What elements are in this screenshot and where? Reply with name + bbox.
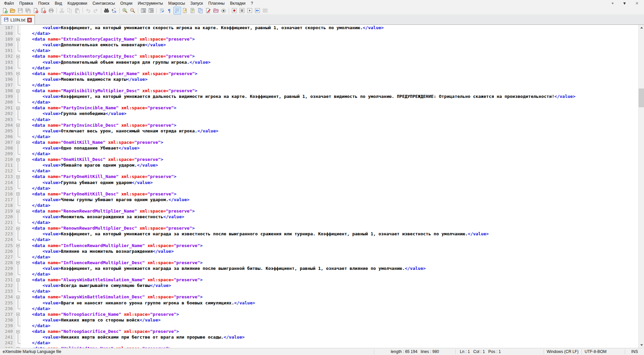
status-insert-mode[interactable]: INS bbox=[625, 348, 644, 355]
menu-item-help[interactable]: ? bbox=[248, 0, 256, 6]
fold-collapse-icon[interactable] bbox=[16, 227, 19, 230]
fold-collapse-icon[interactable] bbox=[16, 244, 19, 247]
copy-button[interactable] bbox=[66, 7, 73, 14]
fold-margin[interactable] bbox=[15, 260, 21, 266]
function-list-button[interactable] bbox=[181, 7, 189, 14]
document-edit-button[interactable] bbox=[204, 7, 212, 14]
tab-list-button[interactable]: ▼ bbox=[623, 1, 627, 5]
notepad-plus-plus-window: ФайлПравкаПоискВидКодировкиСинтаксисыОпц… bbox=[0, 0, 644, 355]
code-line: 239 </data> bbox=[0, 323, 638, 329]
fold-margin[interactable] bbox=[15, 140, 21, 145]
tab-l10n-txt[interactable]: L10N.txt bbox=[1, 15, 35, 24]
save-all-button[interactable] bbox=[24, 7, 32, 14]
fold-collapse-icon[interactable] bbox=[16, 55, 19, 58]
fold-margin[interactable] bbox=[15, 174, 21, 180]
sync-scroll-horizontal-button[interactable] bbox=[147, 7, 155, 14]
sync-scroll-vertical-button[interactable] bbox=[140, 7, 147, 14]
fold-collapse-icon[interactable] bbox=[16, 192, 19, 195]
menu-item-edit[interactable]: Правка bbox=[17, 0, 36, 6]
fold-margin[interactable] bbox=[15, 88, 21, 94]
fold-collapse-icon[interactable] bbox=[16, 158, 19, 161]
fold-collapse-icon[interactable] bbox=[16, 175, 19, 178]
undo-button[interactable] bbox=[84, 7, 92, 14]
paste-button[interactable] bbox=[73, 7, 81, 14]
new-tab-button[interactable]: + bbox=[611, 1, 614, 5]
find-button[interactable] bbox=[103, 7, 110, 14]
menu-item-macro[interactable]: Макросы bbox=[166, 0, 188, 6]
document-list-button[interactable] bbox=[197, 7, 204, 14]
menu-item-file[interactable]: Файл bbox=[1, 0, 17, 6]
zoom-out-button[interactable] bbox=[129, 7, 137, 14]
fold-collapse-icon[interactable] bbox=[16, 330, 19, 333]
fold-margin[interactable] bbox=[15, 312, 21, 317]
fold-collapse-icon[interactable] bbox=[16, 279, 19, 282]
indent-guides-button[interactable] bbox=[173, 7, 181, 14]
cut-button[interactable] bbox=[58, 7, 66, 14]
scrollbar-thumb[interactable] bbox=[639, 88, 644, 107]
fold-margin[interactable] bbox=[15, 226, 21, 231]
save-button[interactable] bbox=[16, 7, 24, 14]
fold-collapse-icon[interactable] bbox=[16, 261, 19, 264]
print-button[interactable] bbox=[47, 7, 55, 14]
word-wrap-button[interactable] bbox=[158, 7, 166, 14]
fold-margin[interactable] bbox=[15, 54, 21, 59]
menu-item-language[interactable]: Синтаксисы bbox=[90, 0, 118, 6]
macro-stop-button[interactable] bbox=[238, 7, 246, 14]
fold-margin[interactable] bbox=[15, 294, 21, 300]
close-all-documents-button[interactable] bbox=[40, 7, 47, 14]
fold-margin[interactable] bbox=[15, 329, 21, 335]
close-button[interactable]: ✕ bbox=[635, 1, 639, 5]
menu-item-encoding[interactable]: Кодировки bbox=[65, 0, 90, 6]
fold-collapse-icon[interactable] bbox=[16, 347, 19, 348]
close-document-button[interactable] bbox=[32, 7, 40, 14]
fold-margin[interactable] bbox=[15, 191, 21, 197]
replace-button[interactable]: ab bbox=[110, 7, 118, 14]
menu-item-settings[interactable]: Опции bbox=[118, 0, 135, 6]
menu-item-plugins[interactable]: Плагины bbox=[206, 0, 227, 6]
macro-run-multiple-button[interactable] bbox=[254, 7, 261, 14]
fold-collapse-icon[interactable] bbox=[16, 90, 19, 93]
new-file-button[interactable] bbox=[1, 7, 9, 14]
menu-item-search[interactable]: Поиск bbox=[36, 0, 52, 6]
fold-collapse-icon[interactable] bbox=[16, 313, 19, 316]
fold-margin[interactable] bbox=[15, 37, 21, 42]
macro-save-button[interactable] bbox=[261, 7, 269, 14]
fold-collapse-icon[interactable] bbox=[16, 124, 19, 127]
fold-margin[interactable] bbox=[15, 157, 21, 163]
status-eol-format[interactable]: Windows (CR LF) bbox=[544, 348, 582, 355]
code-line: 234 <data name="AlwaysWinBattleSimulatio… bbox=[0, 294, 638, 300]
show-all-characters-button[interactable]: ¶ bbox=[166, 7, 173, 14]
fold-collapse-icon[interactable] bbox=[16, 210, 19, 213]
macro-record-button[interactable] bbox=[230, 7, 238, 14]
redo-button[interactable] bbox=[92, 7, 100, 14]
document-map-button[interactable] bbox=[189, 7, 197, 14]
scroll-down-button[interactable] bbox=[639, 342, 644, 348]
fold-collapse-icon[interactable] bbox=[16, 296, 19, 299]
editor-area[interactable]: 187 <value>Коэффициент, на который умнож… bbox=[0, 25, 644, 348]
macro-play-button[interactable] bbox=[246, 7, 254, 14]
fold-margin[interactable] bbox=[15, 71, 21, 77]
fold-collapse-icon[interactable] bbox=[16, 72, 19, 75]
menu-item-window[interactable]: Вкладки bbox=[227, 0, 248, 6]
menu-item-tools[interactable]: Инструменты bbox=[135, 0, 166, 6]
fold-margin[interactable] bbox=[15, 277, 21, 283]
fold-collapse-icon[interactable] bbox=[16, 107, 19, 110]
fold-collapse-icon[interactable] bbox=[16, 141, 19, 144]
open-folder-button[interactable] bbox=[9, 7, 16, 14]
scroll-up-button[interactable] bbox=[639, 25, 644, 31]
file-monitoring-button[interactable] bbox=[220, 7, 227, 14]
fold-margin[interactable] bbox=[15, 123, 21, 128]
fold-collapse-icon[interactable] bbox=[16, 38, 19, 41]
tab-close-icon[interactable] bbox=[27, 18, 32, 22]
fold-margin[interactable] bbox=[15, 346, 21, 348]
fold-margin[interactable] bbox=[15, 243, 21, 249]
folder-as-workspace-button[interactable] bbox=[212, 7, 220, 14]
status-encoding[interactable]: UTF-8-BOM bbox=[582, 348, 625, 355]
vertical-scrollbar[interactable] bbox=[638, 25, 644, 348]
menu-item-run[interactable]: Запуск bbox=[188, 0, 206, 6]
zoom-in-button[interactable] bbox=[121, 7, 129, 14]
fold-margin[interactable] bbox=[15, 105, 21, 111]
code-text: <data name="OneHitKill_Name" xml:space="… bbox=[21, 140, 638, 145]
menu-item-view[interactable]: Вид bbox=[52, 0, 65, 6]
fold-margin[interactable] bbox=[15, 209, 21, 214]
